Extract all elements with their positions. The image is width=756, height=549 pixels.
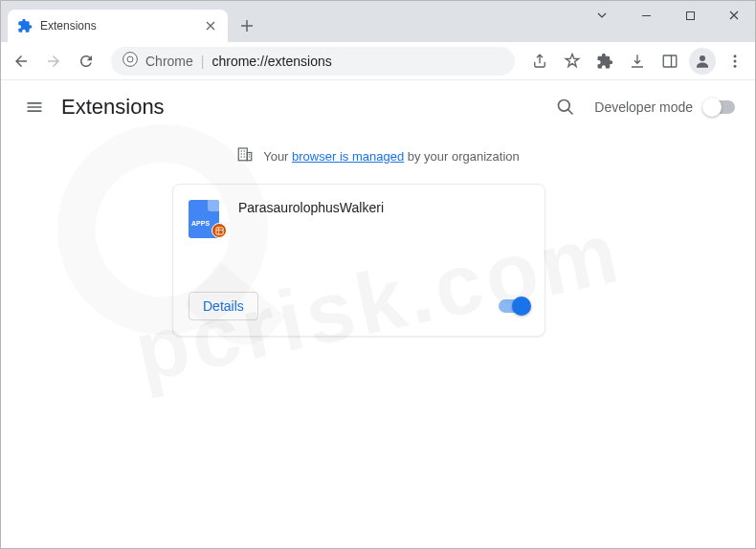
extension-name: ParasaurolophusWalkeri	[238, 200, 384, 292]
svg-point-5	[734, 55, 737, 57]
svg-point-8	[559, 100, 570, 112]
managed-notice-text: Your browser is managed by your organiza…	[263, 149, 520, 164]
toolbar: Chrome | chrome://extensions	[0, 42, 756, 80]
svg-rect-3	[663, 55, 677, 67]
building-icon	[236, 145, 254, 166]
browser-tab[interactable]: Extensions	[8, 10, 228, 42]
content-area: Your browser is managed by your organiza…	[0, 134, 756, 337]
svg-rect-11	[215, 227, 222, 233]
page-header: Extensions Developer mode	[0, 80, 756, 134]
tab-title: Extensions	[40, 19, 195, 33]
dropdown-icon[interactable]	[580, 0, 624, 31]
svg-point-4	[700, 55, 705, 61]
svg-point-7	[734, 64, 737, 67]
page-title: Extensions	[61, 95, 165, 120]
notice-prefix: Your	[263, 149, 292, 164]
chrome-logo-icon	[122, 52, 138, 71]
svg-rect-9	[238, 148, 247, 161]
managed-link[interactable]: browser is managed	[292, 149, 404, 164]
profile-button[interactable]	[689, 48, 716, 75]
back-button[interactable]	[8, 48, 34, 75]
developer-mode-label: Developer mode	[594, 99, 693, 115]
details-button[interactable]: Details	[189, 292, 258, 320]
reload-button[interactable]	[73, 48, 100, 75]
bookmark-icon[interactable]	[559, 48, 586, 75]
extension-app-icon: APPS	[189, 200, 223, 234]
new-tab-button[interactable]	[233, 12, 260, 39]
extension-icon	[17, 18, 33, 33]
menu-icon[interactable]	[722, 48, 748, 75]
notice-suffix: by your organization	[404, 149, 520, 164]
developer-mode-toggle[interactable]	[704, 100, 735, 114]
window-controls	[580, 0, 756, 31]
address-divider: |	[201, 54, 205, 69]
download-icon[interactable]	[624, 48, 651, 75]
svg-rect-0	[686, 11, 694, 19]
apps-icon-text: APPS	[191, 220, 210, 227]
search-button[interactable]	[548, 90, 583, 124]
hamburger-menu-button[interactable]	[15, 88, 54, 126]
svg-point-6	[734, 59, 737, 62]
close-button[interactable]	[712, 0, 756, 31]
extensions-icon[interactable]	[591, 48, 618, 75]
maximize-button[interactable]	[668, 0, 712, 31]
minimize-button[interactable]	[624, 0, 668, 31]
titlebar: Extensions	[0, 0, 756, 42]
managed-notice: Your browser is managed by your organiza…	[172, 134, 584, 184]
tab-close-button[interactable]	[203, 18, 218, 33]
share-icon[interactable]	[526, 48, 553, 75]
address-url: chrome://extensions	[211, 54, 503, 69]
sidepanel-icon[interactable]	[656, 48, 683, 75]
forward-button[interactable]	[40, 48, 67, 75]
extension-enable-toggle[interactable]	[499, 299, 529, 313]
address-bar[interactable]: Chrome | chrome://extensions	[111, 47, 515, 76]
address-scheme: Chrome	[145, 54, 193, 69]
apps-badge-icon	[211, 223, 227, 238]
extension-card: APPS ParasaurolophusWalkeri Details	[172, 184, 545, 337]
